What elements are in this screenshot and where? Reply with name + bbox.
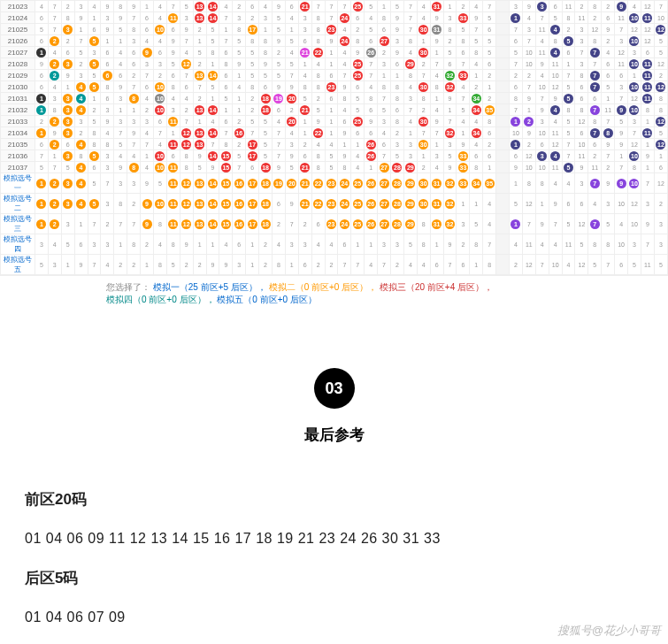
front-cell: 34 [470,93,483,104]
front-cell: 6 [166,70,180,81]
front-cell: 4 [365,81,378,93]
front-cell: 7 [403,12,417,24]
front-cell: 8 [470,47,483,58]
front-cell: 6 [351,81,365,93]
front-cell: 27 [378,173,391,194]
ball-orange: 24 [340,219,349,229]
table-row: 2103113341638410442151218192052685878381… [1,93,668,104]
ball-orange: 32 [445,199,455,209]
front-cell: 7 [338,70,351,81]
back-cell: 12 [641,1,654,12]
ball-orange: 5 [89,36,99,46]
front-cell: 8 [127,162,141,173]
front-cell: 4 [153,1,166,12]
front-cell: 3 [101,234,114,255]
front-cell: 9 [114,12,127,24]
front-cell: 5 [391,150,404,162]
front-cell: 8 [443,24,457,35]
front-cell: 28 [391,173,404,194]
front-cell: 31 [430,1,443,12]
front-cell: 5 [246,70,259,81]
front-cell: 9 [180,24,193,35]
front-cell: 32 [443,214,457,234]
back-cell: 3 [615,35,628,47]
front-cell: 3 [403,139,417,150]
front-cell: 7 [417,70,430,81]
front-cell: 30 [417,194,430,214]
spacer [496,214,510,234]
front-cell: 2 [259,234,273,255]
front-cell: 5 [233,35,246,47]
issue-id: 21035 [1,139,35,150]
front-cell: 10 [153,150,166,162]
back-cell: 7 [588,70,602,81]
back-cell: 6 [602,58,615,70]
front-cell: 25 [351,70,365,81]
front-cell: 1 [35,214,48,234]
ball-orange: 13 [195,179,204,188]
front-cell: 4 [417,1,430,12]
front-cell: 9 [443,162,457,173]
front-cell: 1 [351,234,365,255]
front-cell: 4 [74,93,88,104]
front-cell: 1 [193,116,206,127]
ball-red: 13 [195,140,204,150]
back-cell: 6 [575,81,588,93]
front-cell: 3 [101,104,114,116]
front-cell: 8 [338,93,351,104]
front-cell: 9 [443,93,457,104]
front-cell: 9 [35,58,48,70]
back-cell: 9 [575,162,588,173]
ball-orange: 3 [63,179,73,188]
front-cell: 32 [443,194,457,214]
back-cell: 3 [628,234,641,255]
ball-purple: 9 [617,179,626,188]
back-cell: 6 [602,70,615,81]
front-cell: 5 [311,104,325,116]
section-title: 最后参考 [0,425,668,445]
front-cell: 2 [443,35,457,47]
spacer [496,116,510,127]
front-cell: 4 [114,58,127,70]
front-cell: 20 [285,93,298,104]
back-cell: 10 [535,81,549,93]
ball-navy: 12 [656,117,665,126]
front-cell: 4 [338,58,351,70]
back-cell: 7 [615,24,628,35]
back-cell: 1 [522,104,535,116]
ball-orange: 4 [76,199,86,209]
back-cell: 7 [522,81,535,93]
back-cell: 10 [628,35,641,47]
ball-orange: 22 [313,179,323,188]
ball-red: 26 [366,151,376,161]
front-cell: 4 [325,234,338,255]
front-cell: 11 [166,173,180,194]
ball-orange: 1 [36,128,46,138]
front-cell: 6 [88,162,101,173]
back-cell: 5 [562,162,575,173]
back-cell: 5 [549,12,562,24]
front-cell: 6 [246,162,259,173]
front-cell: 3 [141,116,154,127]
front-cell: 2 [246,93,259,104]
front-cell: 9 [101,24,114,35]
back-cell: 7 [602,255,615,275]
back-cell: 10 [575,139,588,150]
back-cell: 8 [562,104,575,116]
front-cell: 6 [483,58,496,70]
front-cell: 7 [457,93,470,104]
front-cell: 33 [457,162,470,173]
ball-navy: 7 [590,128,600,138]
front-cell: 3 [298,234,311,255]
front-cell: 2 [259,255,273,275]
front-cell: 3 [127,116,141,127]
front-cell: 4 [311,58,325,70]
ball-orange: 28 [392,179,402,188]
front-cell: 15 [219,214,233,234]
ball-red: 17 [248,140,257,150]
back-cell: 3 [615,81,628,93]
issue-id: 21026 [1,35,35,47]
back-cell: 2 [654,70,667,81]
front-cell: 21 [298,47,311,58]
ball-orange: 21 [300,179,310,188]
